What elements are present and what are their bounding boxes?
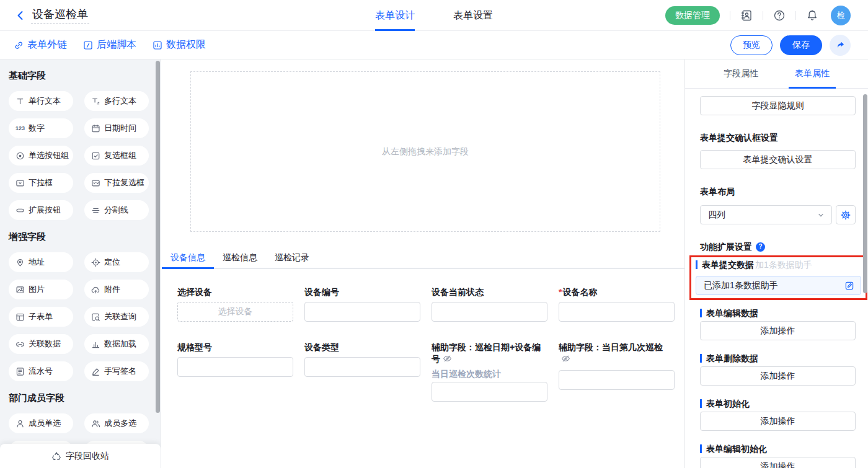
form-title[interactable]: 设备巡检单 [31,7,89,24]
contacts-icon[interactable] [740,9,753,22]
field-label: 规格型号 [177,342,293,353]
related-data-icon [16,340,25,349]
share-button[interactable] [830,35,851,56]
field-type-serial-number[interactable]: 流水号 [9,361,73,381]
field-type-data-load[interactable]: 数据加载 [84,334,149,354]
field-label: 设备类型 [304,342,420,353]
summary-field-label[interactable]: 当日巡检次数统计 [432,369,547,379]
section-bar [700,354,702,363]
field-device-type: 设备类型 [304,342,420,377]
field-type-multi-line-text[interactable]: 多行文本 [84,91,149,111]
member-multi-icon [91,419,100,428]
aux-date-device-no-input[interactable] [432,382,547,402]
field-label: 选择设备 [177,286,293,298]
form-dropzone[interactable]: 从左侧拖拽来添加字段 [190,71,660,232]
notification-bell-icon[interactable] [806,9,818,22]
add-action-button[interactable]: 添加操作 [700,321,856,340]
spec-model-input[interactable] [177,357,293,377]
link-icon [14,40,24,50]
section-title-basic-fields: 基础字段 [9,70,152,81]
device-no-input[interactable] [304,302,420,322]
field-type-select[interactable]: 下拉框 [9,173,73,193]
form-tabs: 设备信息 巡检信息 巡检记录 [162,248,684,269]
field-type-datetime[interactable]: 日期时间 [84,118,149,138]
section-bar [696,260,698,269]
avatar[interactable]: 检 [831,6,851,25]
tab-field-properties[interactable]: 字段属性 [717,60,764,88]
preview-button[interactable]: 预览 [730,35,773,55]
field-type-number[interactable]: 123数字 [9,118,73,138]
backend-script-link[interactable]: 后端脚本 [83,38,136,51]
layout-settings-button[interactable] [836,205,856,224]
field-type-signature[interactable]: 手写签名 [84,361,149,381]
device-name-input[interactable] [559,302,675,322]
form-layout-select[interactable]: 四列 [700,205,832,224]
field-type-radio-group[interactable]: 单选按钮组 [9,146,73,166]
field-label: *设备名称 [559,286,675,298]
field-type-member-single[interactable]: 成员单选 [9,413,73,433]
data-permission-link[interactable]: 数据权限 [153,38,206,51]
section-title-enhanced-fields: 增强字段 [9,231,152,242]
hidden-eye-icon[interactable] [443,354,452,366]
field-recycle-bin[interactable]: 字段回收站 [0,444,161,468]
sidebar-scrollbar[interactable] [156,61,160,413]
highlight-red-box: 表单提交数据 加1条数据助手 已添加1条数据助手 [689,255,867,300]
field-device-status: 设备当前状态 [432,286,547,322]
tab-form-settings[interactable]: 表单设置 [453,0,493,31]
field-type-location[interactable]: 定位 [84,252,149,272]
field-select-device: 选择设备 选择设备 [177,286,293,322]
divider [763,11,763,20]
select-device-input[interactable]: 选择设备 [177,302,293,322]
data-assistant-status[interactable]: 已添加1条数据助手 [696,276,861,295]
add-action-button[interactable]: 添加操作 [700,457,856,468]
tab-device-info[interactable]: 设备信息 [162,248,214,268]
field-type-single-line-text[interactable]: 单行文本 [9,91,73,111]
hidden-eye-icon[interactable] [561,354,570,366]
field-type-multi-select[interactable]: 下拉复选框 [84,173,149,193]
form-external-link[interactable]: 表单外链 [14,38,67,51]
field-device-name: *设备名称 [559,286,675,322]
tab-inspection-record[interactable]: 巡检记录 [266,248,318,268]
form-layout-title: 表单布局 [700,187,856,196]
save-button[interactable]: 保存 [780,35,822,55]
edit-icon[interactable] [844,281,854,291]
field-type-divider[interactable]: 分割线 [84,200,149,220]
field-type-member-multi[interactable]: 成员多选 [84,413,149,433]
help-question-icon[interactable]: ? [756,242,765,252]
tab-form-design[interactable]: 表单设计 [375,0,415,31]
field-type-subform[interactable]: 子表单 [9,307,73,327]
panel-scrollbar[interactable] [863,94,867,293]
related-query-icon [91,312,100,322]
tab-form-properties[interactable]: 表单属性 [789,60,836,88]
help-icon[interactable] [773,9,786,22]
enhanced-fields-grid: 地址 定位 图片 附件 子表单 关联查询 关联数据 数据加载 流水号 手写签名 [9,252,152,381]
aux-daily-count-input[interactable] [559,370,675,390]
chevron-down-icon [817,211,825,219]
field-visibility-rules-button[interactable]: 字段显隐规则 [700,96,856,115]
section-bar [700,309,702,317]
field-type-checkbox-group[interactable]: 复选框组 [84,146,149,166]
recycle-icon [51,451,61,461]
field-type-image[interactable]: 图片 [9,280,73,299]
checkbox-group-icon [91,151,100,161]
field-label: 设备编号 [304,286,420,298]
add-action-button[interactable]: 添加操作 [700,366,856,386]
main-area: 基础字段 单行文本 多行文本 123数字 日期时间 单选按钮组 复选框组 下拉框… [0,60,868,468]
field-type-address[interactable]: 地址 [9,252,73,272]
section-bar [700,399,702,408]
field-type-related-query[interactable]: 关联查询 [84,307,149,327]
tab-inspection-info[interactable]: 巡检信息 [214,248,266,268]
data-manage-button[interactable]: 数据管理 [665,6,720,25]
multi-select-icon [91,179,100,188]
device-status-input[interactable] [432,302,547,322]
device-type-input[interactable] [304,357,420,377]
add-action-button[interactable]: 添加操作 [700,412,856,431]
field-type-attachment[interactable]: 附件 [84,280,149,299]
back-button[interactable] [15,10,26,21]
field-type-related-data[interactable]: 关联数据 [9,334,73,354]
field-type-extend-button[interactable]: 扩展按钮 [9,200,73,220]
panel-tabs: 字段属性 表单属性 [685,60,868,89]
submit-confirm-button[interactable]: 表单提交确认设置 [700,150,856,169]
multi-line-text-icon [91,97,100,106]
section-form-init: 表单初始化 添加操作 [700,399,856,431]
